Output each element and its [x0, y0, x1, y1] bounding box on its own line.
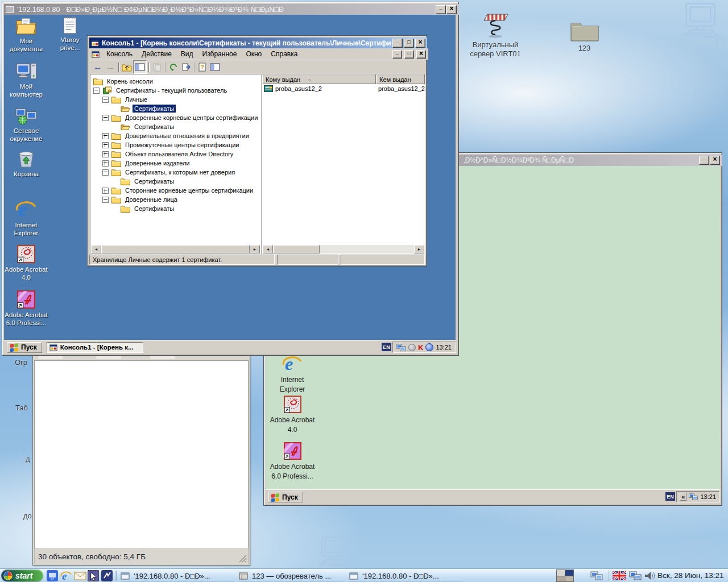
help-button[interactable]: [196, 61, 209, 73]
desktop-icon-recycle-bin[interactable]: Корзина: [5, 149, 48, 178]
pager-cell-3[interactable]: [557, 576, 565, 582]
scroll-right-button[interactable]: ►: [414, 245, 424, 253]
rdp1-start-button[interactable]: Пуск: [7, 342, 42, 353]
copy-button[interactable]: [151, 61, 163, 73]
menu-view[interactable]: Вид: [177, 49, 197, 59]
back-button[interactable]: ←: [92, 61, 104, 73]
host-clock[interactable]: Вск, 28 Июн, 13:21: [657, 571, 726, 580]
minimize-button[interactable]: [436, 5, 446, 14]
child-close-button[interactable]: [416, 50, 426, 59]
menu-console[interactable]: Консоль: [102, 49, 136, 59]
collapse-icon[interactable]: [102, 115, 109, 121]
certificate-list-row[interactable]: proba_asus12_2 proba_asus12_2: [262, 84, 425, 93]
taskbar-task-mmc[interactable]: Консоль1 - [Корень к...: [47, 342, 143, 353]
menu-action[interactable]: Действие: [138, 49, 176, 59]
minimize-button[interactable]: [392, 39, 403, 48]
tree-item-personal-certificates[interactable]: Сертификаты: [90, 104, 260, 113]
desktop-icon-virtual-server[interactable]: Виртуальный сервер VIRT01: [464, 13, 527, 59]
tray-remote-monitor-icon[interactable]: [590, 571, 603, 581]
host-task-rdp-1[interactable]: '192.168.0.80 - Ð□Ð»...: [121, 570, 234, 582]
minimize-button[interactable]: [699, 156, 709, 165]
desktop-icon-my-computer[interactable]: Мой компьютер: [5, 61, 48, 98]
quicklaunch-internet-explorer-icon[interactable]: [60, 569, 72, 581]
collapse-icon[interactable]: [102, 169, 109, 176]
tree-item-trusted-root-certificates[interactable]: Сертификаты: [90, 122, 260, 131]
explorer-file-area[interactable]: [34, 360, 249, 549]
quicklaunch-terminal-client-icon[interactable]: [101, 570, 113, 581]
close-button[interactable]: [446, 5, 457, 14]
show-console-tree-button[interactable]: [133, 60, 147, 74]
language-indicator[interactable]: EN: [382, 343, 391, 351]
desktop-icon-internet-explorer[interactable]: Internet Explorer: [270, 353, 315, 394]
desktop-icon-acrobat4[interactable]: Adobe Acrobat 4.0: [5, 244, 48, 281]
rdp1-titlebar[interactable]: '192.168.0.80 - Ð□Ð»Ð¸ÐµÐ½Ñ□ Ð¢ÐµÑ□Ð¼Ð¸Ð…: [4, 4, 459, 15]
scroll-left-button[interactable]: ◄: [91, 245, 101, 253]
desktop-icon-network[interactable]: Сетевое окружение: [5, 107, 48, 143]
tree-item-certificates-current-user[interactable]: Сертификаты - текущий пользователь: [90, 86, 260, 95]
mmc-titlebar[interactable]: Консоль1 - [Корень консоли\Сертификаты -…: [89, 38, 427, 48]
forward-button[interactable]: →: [104, 61, 117, 73]
tree-item-untrusted-certificates[interactable]: Сертификаты, к которым нет доверия: [90, 168, 260, 177]
scrollbar-thumb[interactable]: [273, 245, 320, 253]
network-tray-icon[interactable]: [396, 343, 406, 352]
kaspersky-tray-icon[interactable]: K: [418, 343, 423, 352]
child-restore-button[interactable]: [404, 50, 414, 59]
tree-item-trusted-people-certificates[interactable]: Сертификаты: [90, 204, 260, 213]
quicklaunch-remote-desktop-icon[interactable]: [88, 570, 99, 581]
tree-item-trusted-publishers[interactable]: Доверенные издатели: [90, 159, 260, 168]
tree-item-intermediate-ca[interactable]: Промежуточные центры сертификации: [90, 140, 260, 149]
pager-cell-2[interactable]: [565, 570, 573, 576]
language-indicator[interactable]: EN: [665, 492, 675, 501]
column-header-issued-by[interactable]: Кем выдан: [376, 74, 425, 84]
tree-item-trusted-people[interactable]: Доверенные лица: [90, 195, 260, 204]
host-task-rdp-2[interactable]: '192.168.0.80 - Ð□Ð»...: [349, 570, 463, 582]
keyboard-layout-flag-icon[interactable]: [613, 571, 626, 580]
menu-favorites[interactable]: Избранное: [198, 49, 241, 59]
tray-volume-icon[interactable]: [644, 571, 655, 581]
child-minimize-button[interactable]: [392, 50, 402, 59]
rdp2-start-button[interactable]: Пуск: [268, 492, 303, 502]
host-task-explorer-123[interactable]: 123 — обозреватель ...: [239, 570, 345, 582]
standard-view-button[interactable]: [209, 61, 221, 73]
quicklaunch-mail-icon[interactable]: [74, 571, 86, 580]
expand-icon[interactable]: [102, 160, 109, 167]
close-button[interactable]: [710, 156, 720, 165]
desktop-icon-my-documents[interactable]: Мои документы: [5, 17, 48, 53]
mmc-window[interactable]: Консоль1 - [Корень консоли\Сертификаты -…: [87, 35, 427, 267]
tree-item-untrusted-certificates-sub[interactable]: Сертификаты: [90, 177, 260, 186]
collapse-icon[interactable]: [102, 97, 109, 103]
quicklaunch-show-desktop-icon[interactable]: [47, 570, 58, 581]
tree-item-enterprise-trust[interactable]: Доверительные отношения в предприятии: [90, 131, 260, 140]
menu-window[interactable]: Окно: [242, 49, 266, 59]
tree-horizontal-scrollbar[interactable]: ◄ ►: [91, 245, 260, 253]
tree-item-personal[interactable]: Личные: [90, 95, 260, 104]
host-start-button[interactable]: start: [1, 569, 43, 581]
maximize-button[interactable]: [404, 39, 414, 48]
desktop-icon-acrobat4[interactable]: Adobe Acrobat 4.0: [270, 395, 315, 435]
menu-help[interactable]: Справка: [267, 49, 301, 59]
tray-collapse-button[interactable]: «: [680, 493, 686, 501]
close-button[interactable]: [415, 39, 425, 48]
expand-icon[interactable]: [102, 188, 109, 194]
tree-item-ad-user-object[interactable]: Объект пользователя Active Directory: [90, 149, 260, 159]
column-header-issued-to[interactable]: Кому выдан ▵: [262, 74, 376, 84]
tray-icon-blue[interactable]: [425, 343, 433, 351]
pager-cell-4[interactable]: [565, 576, 573, 582]
desktop-icon-123-folder[interactable]: 123: [563, 19, 606, 53]
expand-icon[interactable]: [102, 151, 109, 157]
console-tree-pane[interactable]: Корень консоли Сертификаты - текущий пол…: [90, 74, 261, 255]
scrollbar-thumb[interactable]: [101, 245, 250, 253]
tray-clock[interactable]: 13:21: [700, 493, 716, 500]
refresh-button[interactable]: [167, 61, 180, 73]
desktop-icon-acrobat6[interactable]: Adobe Acrobat 6.0 Professi...: [270, 442, 315, 481]
tree-item-trusted-root[interactable]: Доверенные корневые центры сертификации: [90, 113, 260, 122]
list-horizontal-scrollbar[interactable]: ◄ ►: [263, 245, 424, 253]
scroll-right-button[interactable]: ►: [250, 245, 260, 253]
pager-cell-1[interactable]: [557, 570, 565, 576]
tray-icon-gray[interactable]: [408, 344, 416, 351]
collapse-icon[interactable]: [93, 88, 100, 94]
tree-item-third-party-root[interactable]: Сторонние корневые центры сертификации: [90, 186, 260, 195]
desktop-icon-acrobat6[interactable]: Adobe Acrobat 6.0 Professi...: [5, 290, 48, 327]
workspace-pager[interactable]: [556, 569, 574, 582]
certificate-list-pane[interactable]: Кому выдан ▵ Кем выдан proba_asus12_2 pr…: [262, 74, 425, 255]
